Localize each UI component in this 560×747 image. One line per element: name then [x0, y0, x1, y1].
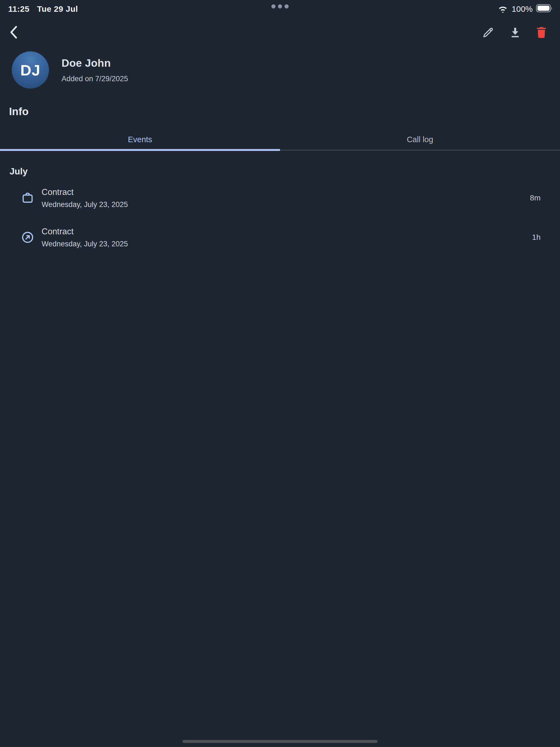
info-heading: Info — [9, 106, 560, 118]
event-title: Contract — [42, 187, 530, 197]
battery-percent: 100% — [512, 4, 533, 14]
status-left: 11:25 Tue 29 Jul — [8, 4, 78, 14]
briefcase-icon — [21, 192, 34, 204]
month-heading: July — [9, 166, 560, 177]
contact-detail-screen: 11:25 Tue 29 Jul 100% — [0, 0, 560, 747]
tab-events[interactable]: Events — [0, 128, 280, 151]
download-icon — [509, 26, 521, 39]
trash-icon — [536, 26, 547, 39]
event-row[interactable]: Contract Wednesday, July 23, 2025 8m — [0, 184, 560, 212]
event-text: Contract Wednesday, July 23, 2025 — [42, 227, 532, 248]
event-row[interactable]: Contract Wednesday, July 23, 2025 1h — [0, 223, 560, 252]
event-date: Wednesday, July 23, 2025 — [42, 200, 530, 209]
avatar: DJ — [12, 51, 49, 88]
event-duration: 1h — [532, 233, 541, 242]
avatar-initials: DJ — [20, 61, 41, 79]
event-title: Contract — [42, 227, 532, 236]
status-right: 100% — [498, 4, 553, 14]
status-date: Tue 29 Jul — [37, 4, 78, 14]
toolbar-actions — [482, 26, 547, 39]
contact-text: Doe John Added on 7/29/2025 — [61, 57, 128, 83]
contact-added-date: Added on 7/29/2025 — [61, 75, 128, 83]
contact-header: DJ Doe John Added on 7/29/2025 — [12, 51, 560, 88]
toolbar — [0, 21, 560, 44]
outgoing-call-icon — [21, 231, 34, 243]
event-rows: Contract Wednesday, July 23, 2025 8m Con… — [0, 184, 560, 252]
multitask-dots-icon[interactable] — [272, 4, 289, 8]
event-duration: 8m — [530, 194, 541, 202]
tab-bar: Events Call log — [0, 128, 560, 151]
pencil-icon — [482, 26, 494, 39]
event-text: Contract Wednesday, July 23, 2025 — [42, 187, 530, 209]
clock: 11:25 — [8, 4, 29, 14]
tab-call-log[interactable]: Call log — [280, 128, 560, 151]
download-button[interactable] — [509, 26, 521, 39]
contact-name: Doe John — [61, 57, 128, 69]
delete-button[interactable] — [536, 26, 547, 39]
edit-button[interactable] — [482, 26, 494, 39]
home-indicator[interactable] — [183, 740, 378, 743]
active-tab-indicator — [0, 149, 280, 151]
battery-icon — [536, 4, 553, 14]
back-button[interactable] — [9, 25, 18, 40]
status-bar: 11:25 Tue 29 Jul 100% — [0, 0, 560, 14]
wifi-icon — [498, 4, 508, 14]
chevron-left-icon — [9, 25, 18, 40]
event-date: Wednesday, July 23, 2025 — [42, 240, 532, 248]
